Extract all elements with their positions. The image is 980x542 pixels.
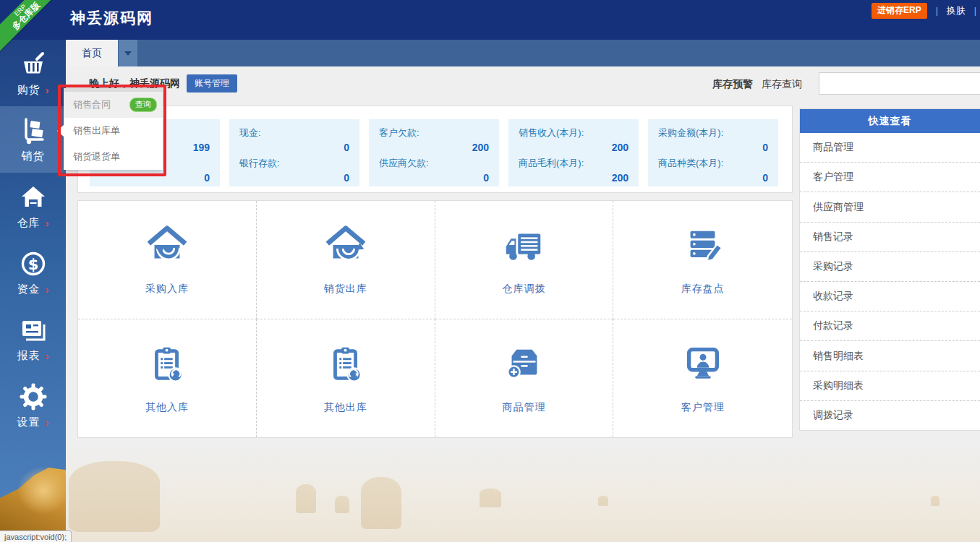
- sidebar: 购货 › 销货 仓库 › $ 资金 ›: [0, 0, 66, 542]
- shortcut-customer-manage[interactable]: 客户管理: [613, 319, 792, 438]
- sidebar-item-funds[interactable]: $ 资金 ›: [0, 239, 66, 306]
- stat-card-purchase-month: 采购金额(本月): 0 商品种类(本月): 0: [648, 119, 778, 186]
- header-actions: 进销存ERP | 换肤 | 退出: [872, 3, 980, 19]
- sidebar-item-purchase[interactable]: 购货 ›: [0, 40, 66, 106]
- clipboard-out-icon: [323, 342, 368, 387]
- shortcut-product-manage[interactable]: 商品管理: [435, 319, 614, 438]
- quick-view-item[interactable]: 销售记录: [800, 223, 980, 252]
- stat-value: 0: [658, 140, 768, 155]
- sidebar-item-reports[interactable]: 报表 ›: [0, 306, 66, 372]
- shortcut-label: 商品管理: [502, 401, 545, 414]
- shortcut-sales-outbound[interactable]: 销货出库: [257, 201, 435, 319]
- cabinet-plus-icon: [501, 342, 546, 387]
- sidebar-item-warehouse[interactable]: 仓库 ›: [0, 173, 66, 239]
- quick-view-item[interactable]: 客户管理: [800, 163, 980, 192]
- settings-icon: [19, 382, 48, 411]
- sidebar-item-label: 购货: [17, 83, 41, 97]
- stat-label: 商品种类(本月):: [658, 155, 768, 171]
- shortcut-label: 采购入库: [145, 283, 189, 296]
- status-bar-link-preview: javascript:void(0);: [0, 530, 72, 542]
- stat-value: 0: [239, 171, 349, 186]
- quick-view-item[interactable]: 商品管理: [800, 133, 980, 163]
- menu-item-label: 销售合同: [73, 98, 111, 111]
- report-icon: [19, 316, 48, 345]
- sidebar-item-sales[interactable]: 销货: [0, 106, 66, 173]
- shortcut-label: 库存盘点: [681, 283, 725, 296]
- header-separator: |: [936, 6, 938, 16]
- inventory-warning-link[interactable]: 库存预警: [712, 78, 753, 91]
- quick-view-item[interactable]: 调拨记录: [800, 401, 980, 430]
- shortcut-label: 仓库调拨: [502, 283, 545, 296]
- erp-button[interactable]: 进销存ERP: [872, 3, 927, 19]
- stat-value: 0: [658, 171, 768, 186]
- chevron-right-icon: ›: [46, 284, 49, 295]
- basket-icon: [19, 50, 48, 79]
- sidebar-item-label: 报表: [17, 349, 41, 363]
- stat-card-debts: 客户欠款: 200 供应商欠款: 0: [369, 119, 499, 186]
- shortcut-label: 销货出库: [324, 283, 367, 296]
- shortcut-grid: 采购入库 销货出库 仓库调拨: [77, 200, 793, 438]
- svg-text:$: $: [27, 255, 38, 272]
- tab-dropdown-button[interactable]: [119, 40, 137, 66]
- house-arrow-out-icon: [323, 223, 368, 268]
- shortcut-label: 其他出库: [324, 401, 367, 414]
- chevron-down-icon: [124, 51, 132, 56]
- stat-label: 销售收入(本月):: [519, 125, 629, 140]
- menu-item-sales-return-order[interactable]: 销货退货单: [64, 144, 163, 170]
- shortcut-inventory-count[interactable]: 库存盘点: [613, 201, 792, 319]
- stats-panel: 199 0 现金: 0 银行存款: 0 客户欠款: 200 供应商欠款: 0 销…: [77, 106, 793, 193]
- quick-view-item[interactable]: 采购记录: [800, 252, 980, 282]
- hay-field-background: [66, 445, 980, 542]
- inventory-check-icon: [681, 223, 725, 268]
- shortcut-label: 其他入库: [145, 401, 189, 414]
- shortcut-other-outbound[interactable]: 其他出库: [257, 319, 435, 438]
- quick-view-item[interactable]: 供应商管理: [800, 192, 980, 222]
- inventory-query-label: 库存查询: [762, 78, 802, 91]
- monitor-person-icon: [681, 342, 725, 387]
- warehouse-icon: [19, 183, 48, 212]
- query-badge[interactable]: 查询: [129, 98, 157, 112]
- menu-item-sales-contract[interactable]: 销售合同 查询: [64, 92, 163, 118]
- account-manage-button[interactable]: 账号管理: [187, 74, 237, 93]
- menu-item-label: 销售出库单: [73, 124, 120, 137]
- shortcut-purchase-inbound[interactable]: 采购入库: [78, 201, 257, 319]
- stat-card-sales-month: 销售收入(本月): 200 商品毛利(本月): 200: [508, 119, 639, 186]
- change-skin-link[interactable]: 换肤: [947, 4, 966, 17]
- header: 神丢源码网 进销存ERP | 换肤 | 退出: [0, 0, 980, 40]
- quick-view-item[interactable]: 付款记录: [800, 311, 980, 341]
- chevron-right-icon: ›: [46, 218, 49, 228]
- stat-label: 现金:: [239, 125, 349, 140]
- stat-value: 200: [379, 140, 489, 155]
- inventory-search-input[interactable]: [819, 72, 980, 95]
- menu-item-label: 销货退货单: [73, 150, 120, 163]
- truck-icon: [501, 223, 546, 268]
- quick-view-item[interactable]: 采购明细表: [800, 371, 980, 401]
- stat-card-cash: 现金: 0 银行存款: 0: [229, 119, 359, 186]
- sales-submenu-popup: 销售合同 查询 销售出库单 销货退货单: [64, 88, 163, 170]
- stat-label: 客户欠款:: [379, 125, 489, 140]
- quick-view-list: 商品管理 客户管理 供应商管理 销售记录 采购记录 收款记录 付款记录 销售明细…: [800, 133, 980, 430]
- shortcut-warehouse-transfer[interactable]: 仓库调拨: [435, 201, 614, 319]
- quick-view-item[interactable]: 收款记录: [800, 282, 980, 311]
- money-icon: $: [19, 249, 48, 278]
- stat-value: 200: [519, 171, 629, 186]
- quick-view-panel: 快速查看 商品管理 客户管理 供应商管理 销售记录 采购记录 收款记录 付款记录…: [799, 108, 980, 431]
- sidebar-item-label: 设置: [17, 416, 41, 429]
- shortcut-other-inbound[interactable]: 其他入库: [78, 319, 257, 438]
- house-arrow-in-icon: [145, 223, 189, 268]
- tab-bar: 首页: [66, 40, 980, 66]
- sidebar-item-label: 仓库: [17, 216, 41, 230]
- chevron-right-icon: ›: [46, 350, 49, 361]
- shortcut-label: 客户管理: [681, 401, 725, 414]
- quick-view-item[interactable]: 销售明细表: [800, 341, 980, 371]
- stat-label: 商品毛利(本月):: [519, 155, 629, 171]
- menu-item-sales-outbound-order[interactable]: 销售出库单: [64, 118, 163, 144]
- quick-view-title: 快速查看: [800, 109, 980, 133]
- sidebar-item-settings[interactable]: 设置 ›: [0, 372, 66, 439]
- stat-label: 采购金额(本月):: [658, 125, 768, 140]
- handtruck-icon: [19, 116, 48, 145]
- stat-value: 0: [100, 171, 210, 186]
- tab-home[interactable]: 首页: [66, 40, 118, 66]
- header-separator: |: [974, 6, 976, 16]
- app-title: 神丢源码网: [70, 8, 153, 28]
